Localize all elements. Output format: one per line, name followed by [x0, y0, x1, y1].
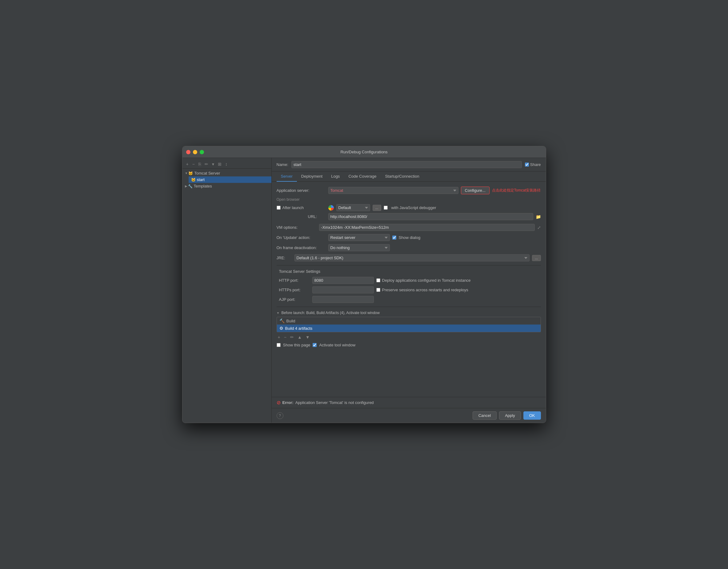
launch-up-button[interactable]: ▲: [296, 334, 303, 340]
tab-logs[interactable]: Logs: [327, 171, 344, 182]
ajp-port-row: AJP port:: [279, 296, 541, 303]
browser-select[interactable]: Default: [336, 204, 370, 211]
http-port-label: HTTP port:: [279, 278, 310, 282]
error-label: Error:: [282, 400, 294, 405]
folder-icon: 📁: [536, 214, 541, 219]
show-page-checkbox[interactable]: [277, 343, 281, 347]
arrow-button[interactable]: ▾: [211, 161, 215, 167]
sidebar-item-tomcat-server[interactable]: ▼ 🐱 Tomcat Server: [182, 170, 271, 176]
name-row: Name: Share: [272, 158, 546, 171]
app-server-label: Application server:: [277, 188, 326, 193]
edit-button[interactable]: ✏: [203, 161, 210, 167]
minimize-button[interactable]: [193, 150, 197, 154]
remove-button[interactable]: −: [191, 161, 196, 167]
titlebar: Run/Debug Configurations: [182, 146, 546, 158]
artifacts-icon: ⚙: [279, 326, 283, 331]
start-label: start: [197, 177, 205, 182]
on-update-select[interactable]: Restart server: [328, 234, 390, 241]
launch-edit-button[interactable]: ✏: [289, 334, 295, 340]
url-label: URL:: [308, 214, 323, 219]
copy-button[interactable]: ⎘: [197, 161, 202, 167]
ok-button[interactable]: OK: [523, 411, 541, 420]
app-server-select[interactable]: Tomcat: [328, 187, 458, 194]
open-browser-label: Open browser: [277, 197, 541, 202]
add-button[interactable]: +: [185, 161, 190, 167]
before-launch-arrow-icon: ▼: [277, 311, 280, 315]
before-launch-list: 🔨 Build ⚙ Build 4 artifacts: [277, 317, 541, 332]
name-label: Name:: [277, 162, 288, 167]
on-frame-deactivation-row: On frame deactivation: Do nothing: [277, 244, 541, 251]
http-port-input[interactable]: [312, 277, 374, 284]
share-checkbox[interactable]: [525, 162, 529, 166]
build-icon: 🔨: [279, 319, 285, 323]
vm-options-label: VM options:: [277, 225, 317, 230]
sort-button[interactable]: ⊞: [217, 161, 223, 167]
close-button[interactable]: [186, 150, 190, 154]
js-debugger-checkbox[interactable]: [384, 206, 388, 210]
launch-item-artifacts[interactable]: ⚙ Build 4 artifacts: [277, 325, 541, 332]
name-input[interactable]: [291, 161, 522, 168]
jre-select[interactable]: Default (1.6 - project SDK): [294, 254, 530, 261]
configure-button[interactable]: Configure...: [461, 186, 490, 194]
activate-window-checkbox[interactable]: [313, 343, 317, 347]
on-update-label: On 'Update' action:: [277, 235, 326, 240]
before-launch-header: ▼ Before launch: Build, Build Artifacts …: [277, 311, 541, 315]
titlebar-buttons: [186, 150, 204, 154]
expand-arrow-icon: ▼: [185, 171, 188, 175]
jre-row: JRE: Default (1.6 - project SDK) ...: [277, 254, 541, 261]
tab-startup-connection[interactable]: Startup/Connection: [381, 171, 423, 182]
sidebar-item-templates[interactable]: ▶ 🔧 Templates: [182, 183, 271, 189]
with-js-label: with JavaScript debugger: [391, 205, 436, 210]
tab-code-coverage[interactable]: Code Coverage: [344, 171, 381, 182]
tomcat-settings: Tomcat Server Settings HTTP port: Deploy…: [277, 269, 541, 303]
launch-item-build[interactable]: 🔨 Build: [277, 317, 541, 325]
maximize-button[interactable]: [200, 150, 204, 154]
cancel-button[interactable]: Cancel: [473, 411, 497, 420]
show-dialog-label: Show dialog: [399, 235, 421, 240]
move-button[interactable]: ↕: [224, 161, 229, 167]
https-port-input[interactable]: [312, 287, 374, 294]
templates-label: Templates: [194, 184, 212, 188]
launch-item-artifacts-label: Build 4 artifacts: [285, 326, 313, 331]
after-launch-checkbox[interactable]: [277, 206, 281, 210]
tab-deployment[interactable]: Deployment: [297, 171, 327, 182]
launch-toolbar: + − ✏ ▲ ▼: [277, 334, 541, 340]
https-port-label: HTTPs port:: [279, 288, 310, 292]
vm-options-input[interactable]: [319, 224, 535, 231]
error-icon: ⊘: [277, 400, 281, 406]
show-dialog-checkbox[interactable]: [392, 235, 396, 239]
vm-expand-button[interactable]: ⤢: [537, 225, 541, 230]
templates-icon: 🔧: [188, 184, 193, 188]
open-browser-section: Open browser After launch Default ... wi…: [277, 197, 541, 220]
tab-server[interactable]: Server: [277, 171, 297, 182]
on-frame-deactivation-label: On frame deactivation:: [277, 245, 326, 250]
preserve-sessions-checkbox[interactable]: [376, 288, 380, 292]
show-page-label: Show this page: [283, 343, 310, 347]
on-frame-deactivation-select[interactable]: Do nothing: [328, 244, 390, 251]
error-row: ⊘ Error: Application Server 'Tomcat' is …: [272, 397, 546, 408]
jre-label: JRE:: [277, 255, 292, 260]
panel-body: Application server: Tomcat Configure... …: [272, 182, 546, 397]
deploy-apps-label: Deploy applications configured in Tomcat…: [376, 278, 471, 282]
sidebar-item-start[interactable]: 🐱 start: [189, 176, 271, 183]
launch-down-button[interactable]: ▼: [304, 334, 311, 340]
deploy-apps-checkbox[interactable]: [376, 278, 380, 282]
after-launch-label: After launch: [282, 205, 304, 210]
launch-add-button[interactable]: +: [277, 334, 282, 340]
error-message: Application Server 'Tomcat' is not confi…: [295, 400, 374, 405]
help-button[interactable]: ?: [277, 412, 283, 419]
window-title: Run/Debug Configurations: [340, 150, 387, 154]
before-launch: ▼ Before launch: Build, Build Artifacts …: [277, 311, 541, 347]
browser-ellipsis-button[interactable]: ...: [373, 205, 381, 211]
before-launch-label: Before launch: Build, Build Artifacts (4…: [281, 311, 380, 315]
templates-arrow-icon: ▶: [185, 184, 187, 188]
on-update-row: On 'Update' action: Restart server Show …: [277, 234, 541, 241]
launch-remove-button[interactable]: −: [283, 334, 288, 340]
apply-button[interactable]: Apply: [499, 411, 521, 420]
ajp-port-input[interactable]: [312, 296, 374, 303]
jre-ellipsis-button[interactable]: ...: [532, 255, 541, 261]
url-row: URL: 📁: [277, 213, 541, 220]
bottom-buttons: Cancel Apply OK: [473, 411, 541, 420]
url-input[interactable]: [328, 213, 533, 220]
tree-group: ▼ 🐱 Tomcat Server 🐱 start ▶ 🔧 Templates: [182, 170, 271, 189]
